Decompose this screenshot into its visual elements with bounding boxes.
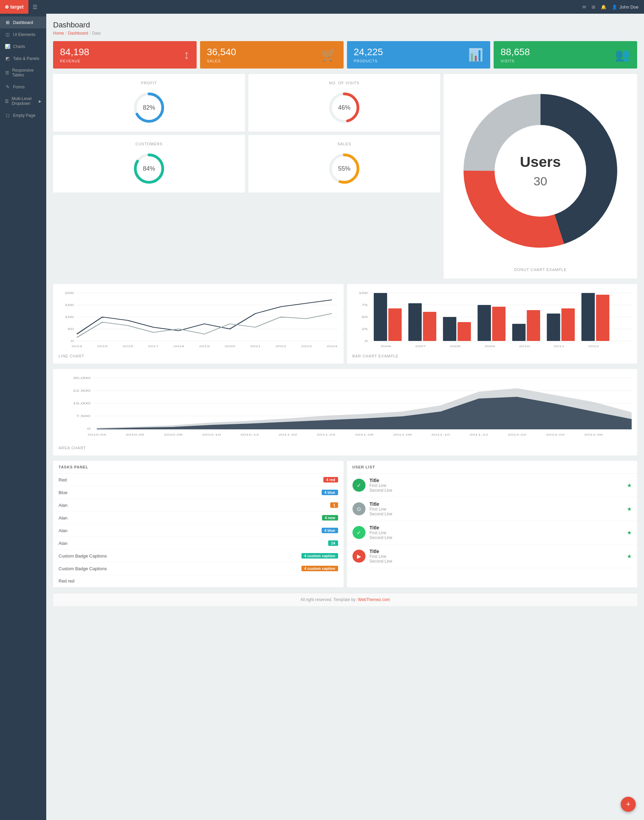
svg-text:2010: 2010 (518, 345, 530, 347)
area-chart-canvas: 30,000 22,500 15,000 7,500 0 2010-04 201… (58, 375, 632, 443)
svg-text:2011-08: 2011-08 (393, 433, 412, 436)
svg-text:75: 75 (361, 303, 368, 307)
breadcrumb-dashboard[interactable]: Dashboard (68, 31, 88, 35)
star-icon-2[interactable]: ★ (627, 530, 632, 536)
task-item-custom1: Custom Badge Captions 4 custom caption (53, 550, 343, 562)
sidebar-item-empty-page[interactable]: ◻ Empty Page (0, 109, 46, 121)
breadcrumb: Home / Dashboard / Data (53, 31, 637, 35)
stat-card-revenue-info: 84,198 REVENUE (60, 47, 89, 63)
footer-text: All right reserved. Template by: (301, 597, 358, 602)
svg-rect-51 (477, 305, 491, 341)
stat-card-revenue-label: REVENUE (60, 59, 89, 63)
novisits-title: NO. OF VISITS (329, 81, 360, 85)
fab-button[interactable]: + (621, 797, 636, 812)
star-icon-1[interactable]: ★ (627, 506, 632, 512)
bar-chart-canvas: 100 75 50 25 0 (353, 290, 632, 351)
brand-label: target (10, 4, 24, 9)
svg-rect-55 (547, 313, 560, 341)
line-chart-box: 200 150 100 50 0 2014 2015 2016 2017 (53, 284, 343, 364)
area-chart-box: 30,000 22,500 15,000 7,500 0 2010-04 201… (53, 369, 637, 455)
svg-rect-50 (457, 322, 471, 341)
svg-text:2008: 2008 (449, 345, 460, 347)
svg-text:2021: 2021 (250, 345, 261, 347)
svg-text:2011: 2011 (553, 345, 564, 347)
mail-icon[interactable]: ✉ (582, 5, 586, 9)
user-list-item-0: ✓ Title First Line Second Line ★ (347, 474, 638, 497)
stat-card-visits-value: 88,658 (500, 47, 530, 58)
sidebar: ⊞ Dashboard ◫ UI Elements 📊 Charts ◩ Tab… (0, 14, 46, 820)
svg-text:2015: 2015 (97, 345, 108, 347)
bottom-panels: TASKS PANEL Red 4 red Blue 4 blue Alan 1… (53, 461, 637, 587)
charts-icon: 📊 (5, 44, 10, 49)
grid-icon[interactable]: ⊞ (592, 5, 595, 9)
sidebar-item-multi-level[interactable]: ☰ Multi-Level Dropdown ▶ (0, 93, 46, 109)
footer: All right reserved. Template by: WebThem… (53, 593, 637, 606)
task-badge-alan1: 1 (330, 502, 338, 508)
sidebar-item-dashboard[interactable]: ⊞ Dashboard (0, 17, 46, 28)
sidebar-label-tables: Responsive Tables (12, 68, 41, 77)
task-label-alan1: Alan (58, 503, 67, 508)
task-item-alan4: Alan 14 (53, 537, 343, 550)
svg-text:150: 150 (65, 303, 74, 307)
user-avatar-1: ⊙ (353, 502, 365, 515)
tasks-panel-header: TASKS PANEL (53, 461, 343, 474)
svg-rect-53 (512, 324, 526, 341)
sidebar-item-responsive-tables[interactable]: ☰ Responsive Tables (0, 64, 46, 81)
hamburger-icon[interactable]: ☰ (32, 4, 37, 10)
svg-text:2011-04: 2011-04 (316, 433, 335, 436)
svg-rect-46 (388, 309, 402, 341)
user-info-1: Title First Line Second Line (370, 501, 623, 516)
sidebar-item-charts[interactable]: 📊 Charts (0, 40, 46, 52)
brand-icon: ⊕ (5, 4, 9, 9)
top-nav-left: ⊕ target ☰ (6, 0, 37, 14)
user-list-panel: USER LIST ✓ Title First Line Second Line… (347, 461, 638, 587)
svg-text:2010-10: 2010-10 (202, 433, 221, 436)
task-item-alan1: Alan 1 (53, 499, 343, 511)
svg-rect-45 (374, 293, 387, 341)
task-item-alan2: Alan 4 new (53, 511, 343, 524)
stat-card-sales-value: 36,540 (207, 47, 236, 58)
empty-page-icon: ◻ (5, 113, 10, 118)
bar-chart-title: BAR CHART EXAMPLE (353, 354, 632, 358)
breadcrumb-data: Data (92, 31, 100, 35)
bell-icon[interactable]: 🔔 (601, 5, 606, 9)
novisits-circle: 46% (327, 91, 361, 125)
profit-pct: 82% (143, 104, 155, 111)
sidebar-item-ui-elements[interactable]: ◫ UI Elements (0, 28, 46, 40)
user-avatar-2: ✓ (353, 526, 365, 539)
user-list-item-2: ✓ Title First Line Second Line ★ (347, 521, 638, 545)
task-badge-custom1: 4 custom caption (301, 553, 338, 559)
svg-text:2012-06: 2012-06 (584, 433, 603, 436)
svg-text:0: 0 (365, 339, 368, 342)
user-menu[interactable]: 👤 John Doe (612, 5, 638, 9)
products-icon: 📊 (468, 48, 483, 62)
sidebar-item-forms[interactable]: ✎ Forms (0, 81, 46, 93)
sidebar-label-multi-level: Multi-Level Dropdown (12, 96, 36, 106)
chart-panels-wrapper: PROFIT 82% NO. OF VISITS (53, 74, 637, 279)
stat-card-products-value: 24,225 (354, 47, 383, 58)
visits-icon: 👥 (615, 48, 630, 62)
svg-text:100: 100 (358, 291, 368, 295)
svg-text:2014: 2014 (71, 345, 82, 347)
page-title: Dashboard (53, 21, 637, 29)
breadcrumb-home[interactable]: Home (53, 31, 64, 35)
svg-text:2012-04: 2012-04 (546, 433, 565, 436)
brand-logo[interactable]: ⊕ target (0, 0, 28, 14)
user-line1-1: First Line (370, 507, 623, 511)
star-icon-0[interactable]: ★ (627, 482, 632, 488)
sidebar-item-tabs-panels[interactable]: ◩ Tabs & Panels (0, 52, 46, 64)
svg-text:2010-12: 2010-12 (240, 433, 259, 436)
footer-link[interactable]: WebThemez.com (358, 597, 390, 602)
donut-panel: Users 30 DONUT CHART EXAMPLE (444, 74, 637, 279)
multi-level-icon: ☰ (5, 99, 9, 104)
ui-elements-icon: ◫ (5, 32, 10, 37)
star-icon-3[interactable]: ★ (627, 553, 632, 560)
svg-rect-56 (561, 309, 575, 341)
sales-icon: 🛒 (321, 48, 337, 62)
svg-text:2010-04: 2010-04 (87, 433, 106, 436)
svg-rect-54 (526, 310, 540, 341)
stat-card-sales-info: 36,540 SALES (207, 47, 236, 63)
user-avatar-0: ✓ (353, 479, 365, 492)
svg-text:0: 0 (71, 339, 74, 342)
breadcrumb-sep-1: / (66, 31, 66, 35)
